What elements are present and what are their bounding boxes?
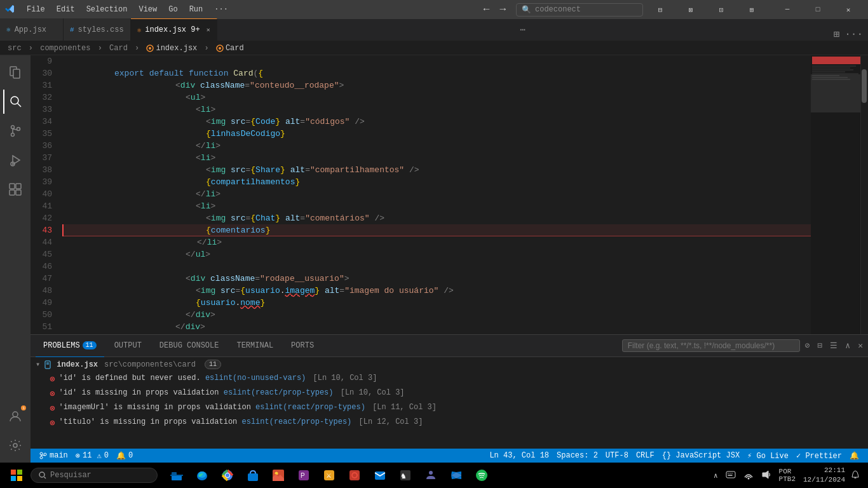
menu-selection[interactable]: Selection xyxy=(81,4,133,15)
problem-count-badge: 11 xyxy=(205,360,221,369)
code-container[interactable]: 9 30 31 32 33 34 35 36 37 38 39 40 41 42… xyxy=(31,55,868,334)
nav-forward-button[interactable]: → xyxy=(497,3,508,17)
menu-go[interactable]: Go xyxy=(163,4,182,15)
panel-tab-ports[interactable]: PORTS xyxy=(283,335,322,357)
panel-tab-debug-console[interactable]: DEBUG CONSOLE xyxy=(152,335,227,357)
problems-filter-input[interactable] xyxy=(622,339,800,352)
tab-app-jsx[interactable]: ⚛ App.jsx xyxy=(0,18,64,41)
activity-extensions[interactable] xyxy=(3,177,27,201)
status-spaces[interactable]: Spaces: 2 xyxy=(553,449,602,463)
taskbar-app-chess[interactable]: ♞ xyxy=(394,464,417,487)
close-tab-index-jsx[interactable]: ✕ xyxy=(207,26,210,34)
breadcrumb-index-jsx[interactable]: index.jsx xyxy=(156,44,197,53)
activity-run-debug[interactable] xyxy=(3,148,27,172)
layout-icon-1[interactable]: ⊟ xyxy=(646,0,675,19)
status-branch[interactable]: main xyxy=(36,449,72,463)
activity-search[interactable] xyxy=(3,90,27,114)
tab-styles-css[interactable]: # styles.css xyxy=(64,18,131,41)
maximize-button[interactable]: □ xyxy=(803,0,832,19)
problem-item-1[interactable]: ⊗ 'id' is defined but never used. eslint… xyxy=(31,372,868,386)
prettier-text: ✓ Prettier xyxy=(796,451,842,461)
svg-point-17 xyxy=(13,412,18,417)
split-editor-icon[interactable]: ⊞ xyxy=(834,28,840,41)
git-icon xyxy=(39,452,47,459)
breadcrumb-card-component[interactable]: Card xyxy=(226,44,244,53)
taskbar-app-vscode[interactable] xyxy=(445,464,468,487)
activity-settings[interactable] xyxy=(3,433,27,458)
warning-count: 0 xyxy=(104,451,109,460)
system-clock[interactable]: 22:11 12/11/2024 xyxy=(803,466,845,485)
taskbar-search-bar[interactable]: Pesquisar xyxy=(31,468,158,483)
problem-item-4[interactable]: ⊗ 'titulo' is missing in props validatio… xyxy=(31,416,868,430)
panel-tab-output[interactable]: OUTPUT xyxy=(107,335,149,357)
tray-up-arrow[interactable]: ∧ xyxy=(711,471,721,480)
taskbar-app-chrome[interactable] xyxy=(216,464,239,487)
taskbar-app-spotify[interactable] xyxy=(470,464,493,487)
close-button[interactable]: ✕ xyxy=(834,0,863,19)
panel-tab-problems[interactable]: PROBLEMS 11 xyxy=(36,335,104,357)
language-indicator[interactable]: PORPTB2 xyxy=(776,468,798,483)
panel-close-icon[interactable]: ✕ xyxy=(858,341,863,351)
tray-network[interactable] xyxy=(741,470,756,482)
taskbar-app-store[interactable] xyxy=(241,464,264,487)
menu-more[interactable]: ··· xyxy=(209,4,233,15)
windows-start-button[interactable] xyxy=(5,464,28,487)
status-errors[interactable]: ⊗ 11 ⚠ 0 xyxy=(72,449,112,463)
status-notification[interactable]: 🔔 0 xyxy=(112,449,137,463)
panel-collapse-icon[interactable]: ∧ xyxy=(845,341,850,351)
layout-icon-4[interactable]: ⊞ xyxy=(737,0,766,19)
breadcrumb-componentes[interactable]: componentes xyxy=(40,44,90,53)
code-line-43[interactable]: </li> xyxy=(62,224,811,236)
status-go-live[interactable]: ⚡ Go Live xyxy=(743,449,792,463)
taskbar-app-photos[interactable] xyxy=(267,464,290,487)
minimize-button[interactable]: ─ xyxy=(773,0,802,19)
menu-view[interactable]: View xyxy=(133,4,162,15)
menu-file[interactable]: File xyxy=(22,4,50,15)
tab-label-index-jsx: index.jsx 9+ xyxy=(145,25,200,34)
activity-explorer[interactable] xyxy=(3,60,27,85)
activity-source-control[interactable] xyxy=(3,119,27,143)
breadcrumb-src[interactable]: src xyxy=(8,44,22,53)
nav-back-button[interactable]: ← xyxy=(481,3,492,17)
status-position[interactable]: Ln 43, Col 18 xyxy=(485,449,553,463)
status-encoding[interactable]: UTF-8 xyxy=(602,449,632,463)
code-line-46[interactable]: <div className="rodape__usuario"> xyxy=(62,261,811,273)
title-search-bar[interactable]: 🔍 codeconect xyxy=(516,3,643,17)
more-actions-icon[interactable]: ··· xyxy=(844,29,863,40)
svg-text:⚔: ⚔ xyxy=(326,472,332,479)
taskbar-app-unknown-1[interactable]: P xyxy=(292,464,315,487)
status-line-ending[interactable]: CRLF xyxy=(632,449,658,463)
tab-index-jsx[interactable]: ⚛ index.jsx 9+ ✕ xyxy=(131,18,217,41)
problem-group-header[interactable]: ▾ index.jsx src\componentes\card 11 xyxy=(31,357,868,372)
taskbar-app-outlook[interactable] xyxy=(369,464,391,487)
layout-icon-2[interactable]: ⊠ xyxy=(676,0,705,19)
menu-edit[interactable]: Edit xyxy=(51,4,80,15)
panel-more-icon[interactable]: ☰ xyxy=(830,341,837,351)
activity-bar-bottom: 1 xyxy=(3,404,27,463)
menu-run[interactable]: Run xyxy=(184,4,208,15)
status-language[interactable]: {} JavaScript JSX xyxy=(658,449,743,463)
problem-item-2[interactable]: ⊗ 'id' is missing in props validation es… xyxy=(31,386,868,401)
panel-tab-terminal[interactable]: TERMINAL xyxy=(229,335,281,357)
taskbar-app-explorer[interactable] xyxy=(165,464,188,487)
code-line-9[interactable]: export default function Card({ xyxy=(62,55,811,67)
activity-account[interactable]: 1 xyxy=(3,404,27,428)
problem-item-3[interactable]: ⊗ 'imagemUrl' is missing in props valida… xyxy=(31,401,868,416)
more-tabs-icon[interactable]: ⋯ xyxy=(520,24,525,35)
status-bell[interactable]: 🔔 xyxy=(846,449,863,463)
status-prettier[interactable]: ✓ Prettier xyxy=(792,449,846,463)
taskbar-app-teams[interactable] xyxy=(419,464,442,487)
tray-volume[interactable] xyxy=(759,470,774,482)
taskbar-app-unknown-2[interactable]: ⚔ xyxy=(318,464,341,487)
line-num-34: 34 xyxy=(36,116,52,128)
tray-keyboard[interactable] xyxy=(723,471,738,480)
filter-icon[interactable]: ⊘ xyxy=(805,341,810,351)
layout-icon-3[interactable]: ⊡ xyxy=(707,0,736,19)
tray-notification-bell[interactable] xyxy=(848,470,863,482)
taskbar-search-placeholder: Pesquisar xyxy=(50,471,92,480)
panel-split-icon[interactable]: ⊟ xyxy=(818,341,823,351)
taskbar-app-unknown-3[interactable] xyxy=(343,464,366,487)
breadcrumb-card-folder[interactable]: Card xyxy=(109,44,128,53)
breadcrumb-component-icon xyxy=(216,44,224,52)
taskbar-app-edge[interactable] xyxy=(191,464,214,487)
